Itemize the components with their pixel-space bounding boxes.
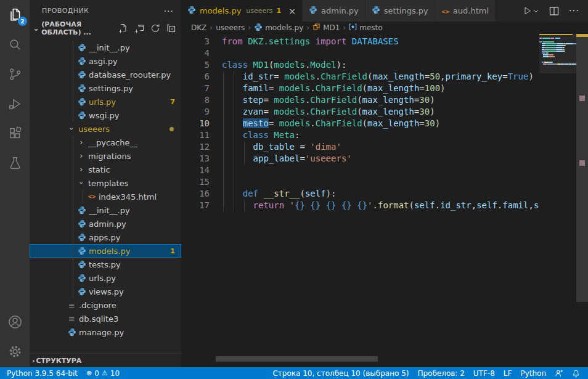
line-number[interactable]: 10	[181, 118, 210, 129]
tab-aud.html[interactable]: <>aud.html	[435, 0, 496, 22]
extensions-icon[interactable]	[0, 118, 30, 148]
code-token: )	[435, 118, 440, 128]
notifications-bell-icon[interactable]	[568, 369, 584, 378]
new-file-icon[interactable]	[118, 23, 128, 33]
tree-item-manage.py[interactable]: manage.py	[30, 325, 181, 339]
split-editor-button[interactable]	[549, 6, 559, 16]
tree-item-db.sqlite3[interactable]: ≡db.sqlite3	[30, 312, 181, 325]
python-interpreter[interactable]: Python 3.9.5 64-bit	[2, 369, 82, 378]
run-dropdown-icon[interactable]	[533, 7, 539, 14]
sidebar-more-actions-icon[interactable]: ···	[164, 6, 174, 16]
code-line-8[interactable]: 8 step= models.CharField(max_length=30)	[181, 94, 588, 106]
line-number[interactable]: 12	[181, 141, 210, 153]
line-number[interactable]: 5	[181, 59, 210, 71]
minimap-slider[interactable]	[539, 34, 576, 73]
tree-item-asgi.py[interactable]: asgi.py	[30, 54, 181, 68]
line-number[interactable]: 7	[181, 83, 210, 94]
code-line-16[interactable]: 16 def __str__(self):	[181, 188, 588, 200]
run-and-debug-icon[interactable]	[0, 89, 30, 118]
code-line-15[interactable]: 15	[181, 176, 588, 188]
settings-gear-icon[interactable]	[0, 336, 30, 366]
code-line-9[interactable]: 9 zvan= models.CharField(max_length=30)	[181, 106, 588, 118]
code-token: .	[310, 118, 315, 128]
language-mode[interactable]: Python	[516, 369, 550, 378]
tree-item-tests.py[interactable]: tests.py	[30, 258, 181, 271]
selected-text: mesto	[243, 118, 269, 128]
breadcrumb-item-DKZ[interactable]: DKZ	[191, 23, 206, 32]
overview-ruler[interactable]	[576, 34, 588, 367]
source-control-icon[interactable]	[0, 59, 30, 89]
refresh-icon[interactable]	[150, 23, 160, 33]
breadcrumb-item-MD1[interactable]: MD1	[312, 23, 340, 33]
tree-item-models.py[interactable]: models.py1	[30, 244, 181, 258]
more-actions-button[interactable]: ···	[569, 6, 579, 17]
tree-item-index345.html[interactable]: <>index345.html	[30, 190, 181, 203]
testing-icon[interactable]	[0, 148, 30, 177]
tree-item-settings.py[interactable]: settings.py	[30, 81, 181, 95]
line-number[interactable]: 15	[181, 176, 210, 188]
line-number[interactable]: 13	[181, 153, 210, 165]
code-line-13[interactable]: 13 app_label='useeers'	[181, 153, 588, 165]
tree-item-apps.py[interactable]: apps.py	[30, 230, 181, 244]
close-icon[interactable]: ×	[288, 6, 296, 16]
collapse-all-icon[interactable]	[166, 23, 176, 33]
eol[interactable]: LF	[499, 369, 517, 378]
vertical-scrollbar[interactable]	[576, 34, 588, 302]
code-line-5[interactable]: 5class MD1(models.Model):	[181, 59, 588, 71]
code-line-11[interactable]: 11 class Meta:	[181, 129, 588, 141]
tab-settings.py[interactable]: settings.py	[365, 0, 435, 22]
tab-admin.py[interactable]: admin.py	[303, 0, 365, 22]
code-line-12[interactable]: 12 db_table = 'dima'	[181, 141, 588, 153]
cursor-position[interactable]: Строка 10, столбец 10 (выбрано 5)	[268, 369, 413, 378]
indentation[interactable]: Пробелов: 2	[413, 369, 468, 378]
code-line-6[interactable]: 6 id_str= models.CharField(max_length=50…	[181, 71, 588, 83]
minimap[interactable]	[539, 34, 576, 367]
workspace-section-header[interactable]: ⌄ (РАБОЧАЯ ОБЛАСТЬ) ...	[30, 22, 181, 35]
code-line-4[interactable]: 4	[181, 47, 588, 59]
breadcrumb-item-mesto[interactable]: mesto	[349, 23, 382, 33]
tab-label: aud.html	[453, 6, 489, 15]
problems-indicator[interactable]: ⊗ 0 ⚠ 10	[82, 369, 124, 378]
breadcrumb-item-useeers[interactable]: useeers	[216, 23, 245, 32]
tree-item-__init__.py[interactable]: __init__.py	[30, 203, 181, 217]
new-folder-icon[interactable]	[134, 23, 144, 33]
search-icon[interactable]	[0, 30, 30, 59]
tree-item-migrations[interactable]: ›migrations	[30, 149, 181, 163]
run-button[interactable]	[522, 6, 539, 16]
line-number[interactable]: 4	[181, 47, 210, 59]
line-number[interactable]: 17	[181, 200, 210, 211]
code-line-7[interactable]: 7 famil= models.CharField(max_length=100…	[181, 83, 588, 94]
feedback-icon[interactable]	[550, 369, 568, 378]
tree-item-.dcignore[interactable]: ≡.dcignore	[30, 298, 181, 312]
tree-item-templates[interactable]: ›templates	[30, 176, 181, 190]
line-number[interactable]: 14	[181, 165, 210, 176]
tree-item-useeers[interactable]: ›useeers	[30, 122, 181, 136]
line-number[interactable]: 9	[181, 106, 210, 118]
tree-item-__init__.py[interactable]: __init__.py	[30, 41, 181, 54]
code-line-14[interactable]: 14	[181, 165, 588, 176]
code-line-10[interactable]: 10 mesto= models.CharField(max_length=30…	[181, 118, 588, 129]
tree-item-static[interactable]: ›static	[30, 163, 181, 176]
code-editor[interactable]: 3from DKZ.settings import DATABASES45cla…	[181, 34, 588, 367]
line-number[interactable]: 6	[181, 71, 210, 83]
account-icon[interactable]	[0, 307, 30, 336]
tree-item-database_roouter.py[interactable]: database_roouter.py	[30, 68, 181, 81]
line-number[interactable]: 11	[181, 129, 210, 141]
tree-item-views.py[interactable]: views.py	[30, 285, 181, 298]
encoding[interactable]: UTF-8	[469, 369, 499, 378]
explorer-icon[interactable]: 2	[0, 0, 30, 30]
tree-item-admin.py[interactable]: admin.py	[30, 217, 181, 230]
outline-section-header[interactable]: › СТРУКТУРА	[30, 353, 181, 367]
code-line-3[interactable]: 3from DKZ.settings import DATABASES	[181, 36, 588, 47]
tree-item-wsgi.py[interactable]: wsgi.py	[30, 108, 181, 122]
line-number[interactable]: 3	[181, 36, 210, 47]
line-number[interactable]: 16	[181, 188, 210, 200]
tree-item-urls.py[interactable]: urls.py	[30, 271, 181, 285]
tree-item-__pycache__[interactable]: ›__pycache__	[30, 136, 181, 149]
horizontal-scrollbar[interactable]	[216, 356, 378, 362]
code-line-17[interactable]: 17 return '{} {} {} {} {}'.format(self.i…	[181, 200, 588, 211]
tab-models.py[interactable]: models.pyuseeers1×	[181, 0, 303, 22]
breadcrumb-item-models.py[interactable]: models.py	[254, 23, 303, 33]
line-number[interactable]: 8	[181, 94, 210, 106]
tree-item-urls.py[interactable]: urls.py7	[30, 95, 181, 108]
